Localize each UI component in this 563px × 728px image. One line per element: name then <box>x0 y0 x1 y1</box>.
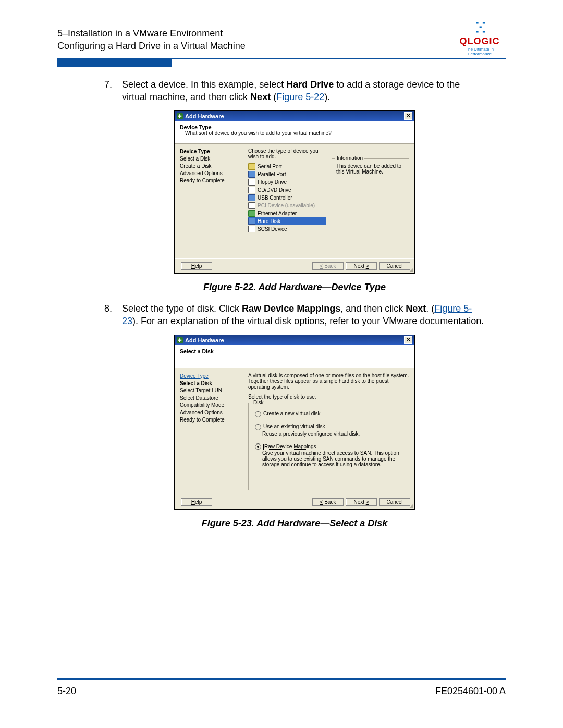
nav-item: Select Datastore <box>180 394 242 402</box>
device-hard-disk-selected[interactable]: Hard Disk <box>248 217 326 225</box>
cancel-button[interactable]: Cancel <box>379 498 410 506</box>
page-number: 5-20 <box>57 686 76 697</box>
back-button: < Back <box>312 262 344 270</box>
disk-groupbox: Disk Create a new virtual disk Use an ex… <box>248 403 409 490</box>
figure-22-caption: Figure 5-22. Add Hardware—Device Type <box>104 282 485 293</box>
text: , and then click <box>340 303 406 314</box>
info-label: Information <box>335 155 364 161</box>
radio-subtext: Reuse a previously configured virtual di… <box>262 431 405 437</box>
info-text: This device can be added to this Virtual… <box>336 163 405 175</box>
wizard-title: Add Hardware <box>185 337 224 343</box>
device-scsi[interactable]: SCSI Device <box>248 225 326 233</box>
nav-item: Advanced Options <box>180 170 242 177</box>
text-bold: Next <box>406 303 426 314</box>
ethernet-icon <box>248 210 255 217</box>
cancel-button[interactable]: Cancel <box>379 262 410 270</box>
nav-item: Compatibility Mode <box>180 402 242 409</box>
step-number: 8. <box>104 302 122 327</box>
text: . ( <box>426 303 434 314</box>
device-floppy-drive[interactable]: Floppy Drive <box>248 178 326 186</box>
nav-current: Select a Disk <box>180 380 242 387</box>
next-button[interactable]: Next > <box>346 498 377 506</box>
text: Select the type of disk. Click <box>122 303 242 314</box>
wizard-icon: ✚ <box>177 337 183 343</box>
radio-icon <box>255 443 261 450</box>
text: Select a device. In this example, select <box>122 79 286 90</box>
groupbox-label: Disk <box>252 400 265 405</box>
nav-link[interactable]: Device Type <box>180 373 242 380</box>
header-section: Configuring a Hard Drive in a Virtual Ma… <box>57 40 506 52</box>
floppy-icon <box>248 179 255 186</box>
radio-create-new[interactable]: Create a new virtual disk <box>255 411 405 417</box>
add-hardware-wizard-device-type: ✚Add Hardware ✕ Device Type What sort of… <box>174 110 415 274</box>
wizard-step-desc: What sort of device do you wish to add t… <box>185 130 409 136</box>
scsi-icon <box>248 226 255 232</box>
wizard-title: Add Hardware <box>185 113 224 119</box>
figure-23-caption: Figure 5-23. Add Hardware—Select a Disk <box>104 518 485 529</box>
step-text: Select the type of disk. Click Raw Devic… <box>122 302 485 327</box>
radio-use-existing[interactable]: Use an existing virtual disk <box>255 424 405 430</box>
logo-icon: ⵘ <box>454 20 506 36</box>
next-button[interactable]: Next > <box>346 262 377 270</box>
disk-desc: A virtual disk is composed of one or mor… <box>248 373 409 390</box>
document-id: FE0254601-00 A <box>435 686 506 697</box>
wizard-nav: Device Type Select a Disk Select Target … <box>175 368 246 495</box>
text-bold: Hard Drive <box>286 79 334 90</box>
information-box: Information This device can be added to … <box>332 158 409 251</box>
header-accent-bar <box>57 58 172 67</box>
nav-item: Ready to Complete <box>180 416 242 424</box>
device-serial-port[interactable]: Serial Port <box>248 163 326 170</box>
nav-item: Select a Disk <box>180 155 242 163</box>
radio-subtext: Give your virtual machine direct access … <box>262 450 405 467</box>
nav-current: Device Type <box>180 148 242 155</box>
wizard-step-heading: Select a Disk <box>180 348 409 354</box>
step-7: 7. Select a device. In this example, sel… <box>104 78 485 103</box>
close-button[interactable]: ✕ <box>404 112 412 120</box>
disk-prompt: Select the type of disk to use. <box>248 394 409 400</box>
brand-logo: ⵘ QLOGIC The Ultimate in Performance <box>454 20 506 56</box>
footer-rule <box>57 678 506 680</box>
device-pci-disabled: PCI Device (unavailable) <box>248 202 326 209</box>
nav-item: Ready to Complete <box>180 177 242 184</box>
step-8: 8. Select the type of disk. Click Raw De… <box>104 302 485 327</box>
nav-item: Create a Disk <box>180 163 242 170</box>
header-chapter: 5–Installation in a VMware Environment <box>57 27 506 40</box>
figure-link[interactable]: Figure 5-22 <box>276 92 324 102</box>
close-button[interactable]: ✕ <box>404 336 412 344</box>
logo-name: QLOGIC <box>454 36 506 47</box>
text: ( <box>271 92 276 102</box>
logo-tagline: The Ultimate in Performance <box>454 47 506 56</box>
step-text: Select a device. In this example, select… <box>122 78 485 103</box>
device-ethernet[interactable]: Ethernet Adapter <box>248 209 326 217</box>
back-button[interactable]: < Back <box>312 498 344 506</box>
radio-icon <box>255 411 261 417</box>
device-cd-dvd[interactable]: CD/DVD Drive <box>248 186 326 194</box>
cd-icon <box>248 187 255 193</box>
wizard-nav: Device Type Select a Disk Create a Disk … <box>175 144 246 258</box>
device-usb-controller[interactable]: USB Controller <box>248 194 326 202</box>
text-bold: Raw Device Mappings <box>242 303 340 314</box>
wizard-titlebar: ✚Add Hardware ✕ <box>175 111 414 121</box>
nav-item: Select Target LUN <box>180 387 242 394</box>
device-parallel-port[interactable]: Parallel Port <box>248 170 326 178</box>
text-bold: Next <box>250 92 271 102</box>
radio-raw-device-mappings[interactable]: Raw Device Mappings <box>255 443 405 450</box>
serial-port-icon <box>248 163 255 170</box>
parallel-port-icon <box>248 171 255 178</box>
text: ). <box>324 92 330 102</box>
nav-item: Advanced Options <box>180 409 242 416</box>
text: ). For an explanation of the virtual dis… <box>132 316 484 326</box>
usb-icon <box>248 194 255 201</box>
wizard-titlebar: ✚Add Hardware ✕ <box>175 335 414 345</box>
add-hardware-wizard-select-disk: ✚Add Hardware ✕ Select a Disk Device Typ… <box>174 335 415 510</box>
help-button[interactable]: Help <box>181 498 212 506</box>
device-list[interactable]: Serial Port Parallel Port Floppy Drive C… <box>248 163 326 233</box>
help-button[interactable]: Help <box>181 262 212 270</box>
step-number: 7. <box>104 78 122 103</box>
radio-icon <box>255 424 261 430</box>
wizard-step-heading: Device Type <box>180 124 409 130</box>
device-prompt: Choose the type of device you wish to ad… <box>248 148 326 159</box>
pci-icon <box>248 202 255 209</box>
wizard-icon: ✚ <box>177 113 183 119</box>
hard-disk-icon <box>248 218 255 225</box>
